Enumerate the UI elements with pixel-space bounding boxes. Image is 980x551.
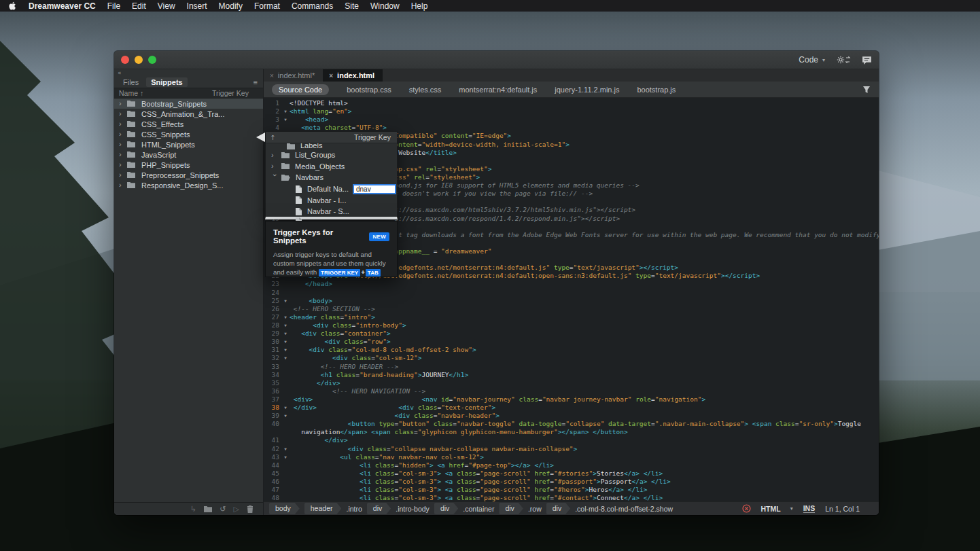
code-line[interactable]: 32▼ <div class="col-sm-12">	[264, 354, 879, 362]
feedback-bubble-icon[interactable]	[862, 56, 872, 65]
scroll-up-icon[interactable]: ↑	[266, 134, 275, 141]
minimize-window-button[interactable]	[135, 56, 143, 64]
code-line[interactable]: 39▼ <div class="navbar-header">	[264, 412, 879, 420]
chevron-right-icon[interactable]: ›	[119, 120, 127, 128]
tag-selector[interactable]: div	[434, 503, 458, 514]
fold-arrow-icon[interactable]: ▼	[281, 354, 290, 362]
chevron-right-icon[interactable]: ›	[119, 181, 127, 189]
panel-menu-icon[interactable]: ≡	[253, 78, 258, 86]
tag-selector[interactable]: body	[269, 503, 300, 514]
tag-selector[interactable]: .intro-body	[396, 505, 430, 513]
trigger-key-input[interactable]	[353, 184, 396, 194]
code-line[interactable]: 23 </head>	[264, 280, 879, 288]
menu-edit[interactable]: Edit	[132, 1, 146, 11]
code-line[interactable]: 28▼ <div class="intro-body">	[264, 321, 879, 330]
code-line[interactable]: 42▼ <div class="collapse navbar-collapse…	[264, 445, 879, 453]
insert-mode-toggle[interactable]: INS	[803, 504, 816, 513]
related-file[interactable]: jquery-1.11.2.min.js	[555, 86, 619, 94]
flyout-snippet-row[interactable]: Navbar - S...	[266, 206, 397, 217]
snippet-folder-row[interactable]: ›CSS_Effects	[114, 119, 263, 129]
filter-icon[interactable]	[862, 86, 871, 94]
menu-format[interactable]: Format	[254, 1, 280, 11]
code-line[interactable]: 44 <li class="hidden"> <a href="#page-to…	[264, 461, 879, 469]
tag-selector[interactable]: .intro	[346, 505, 362, 513]
code-line[interactable]: 47 <li class="col-sm-3"> <a class="page-…	[264, 486, 879, 494]
sync-settings-icon[interactable]	[836, 55, 851, 65]
tab-files[interactable]: Files	[118, 77, 143, 87]
new-folder-icon[interactable]	[204, 506, 212, 512]
code-line[interactable]: 33 <!-- HERO HEADER -->	[264, 363, 879, 371]
snippet-folder-row[interactable]: ›Preprocessor_Snippets	[114, 170, 263, 180]
menu-file[interactable]: File	[107, 1, 120, 11]
fold-arrow-icon[interactable]: ▼	[281, 297, 290, 305]
code-line[interactable]: 43▼ <ul class="nav navbar-nav col-sm-12"…	[264, 453, 879, 461]
chevron-right-icon[interactable]: ›	[271, 162, 281, 170]
chevron-right-icon[interactable]: ›	[271, 152, 281, 159]
code-line[interactable]: 2▼<html lang="en">	[264, 107, 879, 115]
menu-view[interactable]: View	[158, 1, 175, 11]
document-tab[interactable]: ×index.html	[323, 69, 383, 82]
code-line[interactable]: 35 </div>	[264, 379, 879, 387]
chevron-down-icon[interactable]: ›	[271, 174, 279, 181]
doctype-dropdown[interactable]: HTML ▾	[761, 505, 793, 513]
fold-arrow-icon[interactable]: ▼	[281, 445, 290, 453]
related-file[interactable]: bootstrap.js	[637, 86, 676, 94]
chevron-right-icon[interactable]: ›	[119, 141, 127, 148]
menu-insert[interactable]: Insert	[187, 1, 207, 11]
menu-site[interactable]: Site	[345, 1, 359, 11]
code-line[interactable]: 36 <!-- HERO NAVIGATION -->	[264, 387, 879, 395]
tag-selector[interactable]: div	[546, 503, 570, 514]
menu-modify[interactable]: Modify	[219, 1, 243, 11]
code-line[interactable]: 26 <!-- HERO SECTION -->	[264, 305, 879, 313]
chevron-right-icon[interactable]: ›	[119, 110, 127, 118]
fold-arrow-icon[interactable]: ▼	[281, 115, 290, 124]
window-titlebar[interactable]: Code ▾	[114, 51, 879, 69]
chevron-right-icon[interactable]: ›	[119, 161, 127, 168]
tag-selector[interactable]: div	[499, 503, 523, 514]
related-file[interactable]: styles.css	[409, 86, 442, 94]
code-line[interactable]: 46 <li class="col-sm-3"> <a class="page-…	[264, 478, 879, 486]
fold-arrow-icon[interactable]: ▼	[281, 330, 290, 338]
fold-arrow-icon[interactable]: ▼	[281, 404, 290, 412]
tag-selector[interactable]: .container	[463, 505, 494, 513]
snippet-folder-row[interactable]: ›Bootstrap_Snippets	[114, 99, 263, 109]
snippet-folder-row[interactable]: ›HTML_Snippets	[114, 139, 263, 149]
snippet-folder-row[interactable]: ›CSS_Animation_&_Tra...	[114, 109, 263, 119]
code-line[interactable]: 31▼ <div class="col-md-8 col-md-offset-2…	[264, 346, 879, 354]
code-line[interactable]: 48 <li class="col-sm-3"> <a class="page-…	[264, 494, 879, 501]
close-tab-icon[interactable]: ×	[270, 72, 274, 79]
code-line[interactable]: navigation</span> <span class="glyphicon…	[264, 428, 879, 436]
fold-arrow-icon[interactable]: ▼	[281, 338, 290, 346]
close-tab-icon[interactable]: ×	[329, 72, 333, 79]
code-line[interactable]: 30▼ <div class="row">	[264, 338, 879, 346]
snippet-folder-row[interactable]: ›Responsive_Design_S...	[114, 180, 263, 190]
code-line[interactable]: 34 <h1 class="brand-heading">JOURNEY</h1…	[264, 371, 879, 379]
refresh-icon[interactable]: ↺	[220, 505, 226, 514]
fold-arrow-icon[interactable]: ▼	[281, 321, 290, 330]
code-line[interactable]: 3▼ <head>	[264, 115, 879, 124]
flyout-snippet-row[interactable]	[266, 217, 397, 221]
tab-snippets[interactable]: Snippets	[146, 77, 187, 87]
flyout-folder-row[interactable]: ›List_Groups	[266, 149, 397, 161]
error-check-icon[interactable]	[742, 504, 751, 513]
chevron-right-icon[interactable]: ›	[119, 100, 127, 107]
code-line[interactable]: 1<!DOCTYPE html>	[264, 99, 879, 107]
code-line[interactable]: 24	[264, 289, 879, 297]
chevron-right-icon[interactable]: ›	[119, 151, 127, 158]
apple-menu-icon[interactable]	[8, 1, 17, 10]
menu-help[interactable]: Help	[411, 1, 428, 11]
flyout-snippet-row[interactable]: Default Na...	[266, 183, 397, 195]
code-line[interactable]: 37 <div> <nav id="navbar-journey" class=…	[264, 395, 879, 404]
fold-arrow-icon[interactable]: ▼	[281, 412, 290, 420]
related-file[interactable]: montserrat:n4:default.js	[459, 86, 537, 94]
tag-selector[interactable]: div	[367, 503, 391, 514]
code-line[interactable]: 40 <button type="button" class="navbar-t…	[264, 420, 879, 428]
document-tab[interactable]: ×index.html*	[264, 69, 323, 82]
fold-arrow-icon[interactable]: ▼	[281, 453, 290, 461]
code-line[interactable]: 29▼ <div class="container">	[264, 330, 879, 338]
related-file[interactable]: Source Code	[272, 84, 329, 95]
code-line[interactable]: 27▼<header class="intro">	[264, 313, 879, 321]
fold-arrow-icon[interactable]: ▼	[281, 313, 290, 321]
trash-icon[interactable]	[247, 505, 253, 513]
flyout-folder-row[interactable]: ›Navbars	[266, 172, 397, 183]
